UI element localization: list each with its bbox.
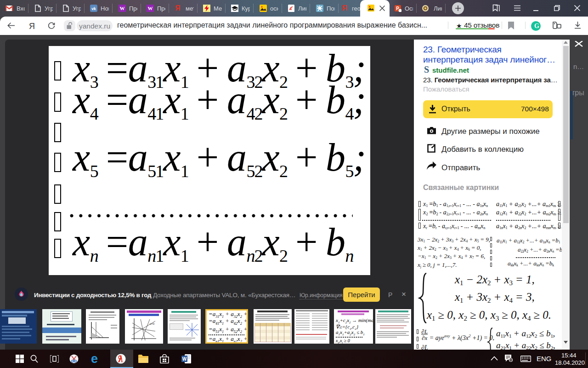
svg-text:W: W — [148, 6, 153, 11]
svg-text:e: e — [91, 353, 98, 364]
svg-text:W: W — [120, 6, 125, 11]
svg-text:vk: vk — [91, 6, 96, 11]
svg-text:W: W — [182, 356, 187, 362]
svg-text:S: S — [424, 65, 429, 74]
svg-text:L=3: L=3 — [150, 322, 155, 325]
